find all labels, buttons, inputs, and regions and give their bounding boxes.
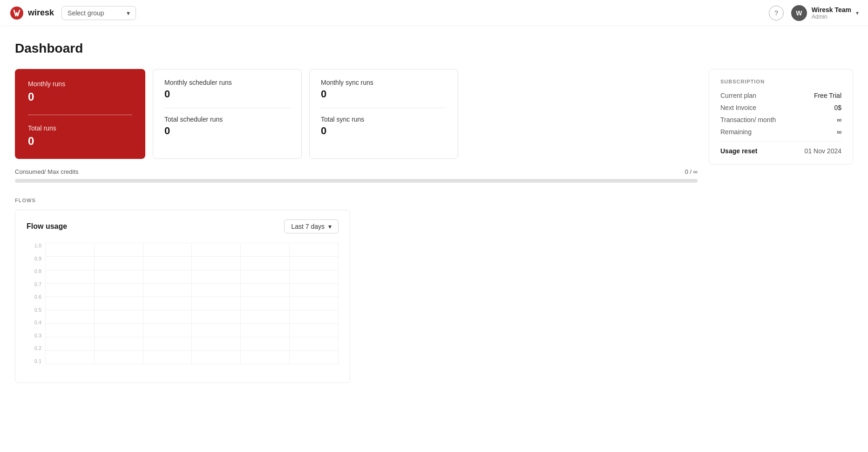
- credits-value: 0 / ∞: [685, 168, 698, 175]
- credits-label: Consumed/ Max credits: [15, 168, 79, 175]
- monthly-scheduler-value: 0: [164, 88, 290, 100]
- y-label-02: 0.2: [27, 345, 43, 351]
- subscription-divider: [720, 141, 841, 142]
- wiresk-logo-icon: [9, 6, 24, 21]
- user-role: Admin: [812, 14, 851, 20]
- avatar: W: [791, 5, 807, 21]
- credits-bar-background: [15, 179, 698, 183]
- v-line-5: [289, 243, 290, 364]
- main-content: Dashboard Monthly runs 0 Total runs 0 Mo…: [0, 26, 868, 398]
- period-selector-dropdown[interactable]: Last 7 days ▾: [284, 219, 339, 233]
- subscription-section: SUBSCRIPTION Current plan Free Trial Nex…: [709, 69, 853, 164]
- next-invoice-row: Next Invoice 0$: [720, 104, 841, 111]
- y-label-06: 0.6: [27, 294, 43, 300]
- credits-section: Consumed/ Max credits 0 / ∞: [15, 166, 698, 183]
- remaining-row: Remaining ∞: [720, 128, 841, 136]
- flows-section-title: FLOWS: [15, 198, 698, 203]
- select-group-label: Select group: [68, 9, 104, 17]
- transaction-value: ∞: [837, 116, 841, 123]
- y-label-08: 0.8: [27, 268, 43, 274]
- y-label-07: 0.7: [27, 281, 43, 287]
- monthly-sync-label: Monthly sync runs: [321, 79, 447, 86]
- question-mark-icon: ?: [774, 9, 778, 17]
- y-label-10: 1.0: [27, 243, 43, 248]
- v-line-6: [338, 243, 339, 364]
- y-label-03: 0.3: [27, 333, 43, 338]
- v-line-1: [94, 243, 95, 364]
- monthly-runs-value: 0: [28, 90, 132, 103]
- total-runs-label: Total runs: [28, 124, 132, 132]
- total-scheduler-label: Total scheduler runs: [164, 116, 290, 123]
- current-plan-label: Current plan: [720, 92, 756, 99]
- transaction-label: Transaction/ month: [720, 116, 776, 123]
- sync-divider: [321, 108, 447, 108]
- y-label-05: 0.5: [27, 307, 43, 313]
- flow-usage-title: Flow usage: [27, 222, 67, 231]
- remaining-value: ∞: [837, 128, 841, 136]
- page-title: Dashboard: [15, 41, 853, 56]
- period-chevron-icon: ▾: [328, 223, 332, 230]
- current-plan-row: Current plan Free Trial: [720, 92, 841, 99]
- user-info: Wiresk Team Admin: [812, 6, 851, 20]
- total-sync-value: 0: [321, 125, 447, 137]
- current-plan-value: Free Trial: [814, 92, 841, 99]
- monthly-scheduler-label: Monthly scheduler runs: [164, 79, 290, 86]
- total-runs-value: 0: [28, 135, 132, 148]
- grid-line-9: [45, 364, 339, 364]
- user-menu[interactable]: W Wiresk Team Admin ▾: [791, 5, 859, 21]
- user-name: Wiresk Team: [812, 6, 851, 14]
- usage-reset-value: 01 Nov 2024: [805, 147, 841, 155]
- subscription-card: SUBSCRIPTION Current plan Free Trial Nex…: [709, 69, 853, 164]
- sync-card: Monthly sync runs 0 Total sync runs 0: [309, 69, 458, 159]
- monthly-sync-value: 0: [321, 88, 447, 100]
- subscription-title: SUBSCRIPTION: [720, 79, 841, 84]
- monthly-runs-label: Monthly runs: [28, 80, 132, 88]
- flows-card: Flow usage Last 7 days ▾ 1.0 0.9 0.8 0.7: [15, 210, 350, 383]
- help-button[interactable]: ?: [769, 6, 784, 21]
- flows-section: FLOWS Flow usage Last 7 days ▾ 1.0 0.9: [15, 198, 698, 383]
- y-label-09: 0.9: [27, 256, 43, 261]
- header-left: wiresk Select group ▾: [9, 6, 136, 21]
- v-line-0: [45, 243, 46, 364]
- credits-row: Consumed/ Max credits 0 / ∞: [15, 168, 698, 175]
- period-label: Last 7 days: [291, 223, 325, 230]
- transaction-row: Transaction/ month ∞: [720, 116, 841, 123]
- logo-text: wiresk: [28, 8, 54, 18]
- total-sync-label: Total sync runs: [321, 116, 447, 123]
- total-scheduler-value: 0: [164, 125, 290, 137]
- v-line-2: [143, 243, 143, 364]
- chart-grid: [45, 243, 339, 364]
- flows-card-header: Flow usage Last 7 days ▾: [27, 219, 339, 233]
- vertical-grid-lines: [45, 243, 339, 364]
- v-line-3: [191, 243, 192, 364]
- monthly-runs-card: Monthly runs 0 Total runs 0: [15, 69, 145, 159]
- stats-cards-row: Monthly runs 0 Total runs 0 Monthly sche…: [15, 69, 698, 159]
- user-chevron-icon: ▾: [856, 10, 859, 16]
- left-stats: Monthly runs 0 Total runs 0 Monthly sche…: [15, 69, 698, 383]
- y-label-04: 0.4: [27, 320, 43, 325]
- y-label-01: 0.1: [27, 358, 43, 364]
- usage-reset-row: Usage reset 01 Nov 2024: [720, 147, 841, 155]
- usage-reset-label: Usage reset: [720, 147, 757, 155]
- chevron-down-icon: ▾: [127, 9, 130, 17]
- v-line-4: [240, 243, 241, 364]
- remaining-label: Remaining: [720, 128, 752, 136]
- header-right: ? W Wiresk Team Admin ▾: [769, 5, 859, 21]
- scheduler-divider: [164, 108, 290, 108]
- y-axis-labels: 1.0 0.9 0.8 0.7 0.6 0.5 0.4 0.3 0.2 0.1: [27, 243, 43, 364]
- next-invoice-label: Next Invoice: [720, 104, 756, 111]
- scheduler-card: Monthly scheduler runs 0 Total scheduler…: [153, 69, 302, 159]
- flow-usage-chart: 1.0 0.9 0.8 0.7 0.6 0.5 0.4 0.3 0.2 0.1: [27, 243, 339, 373]
- next-invoice-value: 0$: [834, 104, 841, 111]
- header: wiresk Select group ▾ ? W Wiresk Team Ad…: [0, 0, 868, 26]
- logo: wiresk: [9, 6, 54, 21]
- select-group-dropdown[interactable]: Select group ▾: [61, 6, 136, 20]
- top-content: Monthly runs 0 Total runs 0 Monthly sche…: [15, 69, 853, 383]
- card-divider: [28, 115, 132, 115]
